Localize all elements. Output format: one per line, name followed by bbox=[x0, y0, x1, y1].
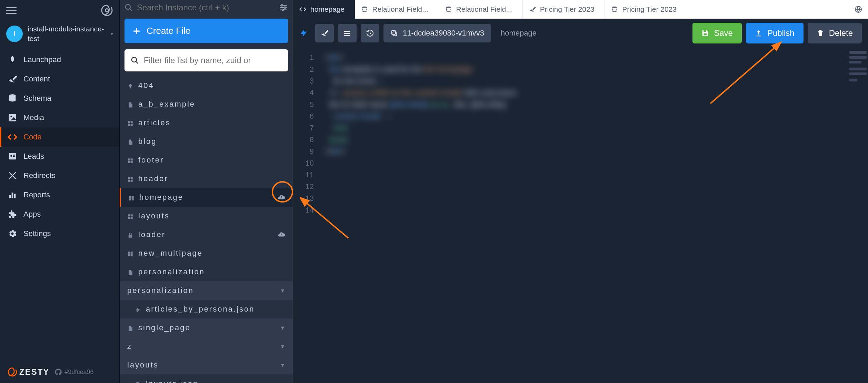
plus-icon bbox=[132, 27, 141, 36]
main-area: homepageRelational Field...Relational Fi… bbox=[293, 0, 868, 383]
minimap[interactable] bbox=[848, 48, 868, 383]
svg-rect-32 bbox=[128, 217, 130, 219]
svg-rect-17 bbox=[131, 124, 133, 126]
instance-switcher[interactable]: I install-module-instance-test ▾ bbox=[0, 21, 119, 50]
file-group-z[interactable]: z▾ bbox=[120, 337, 293, 356]
chevron-down-icon: ▾ bbox=[281, 361, 285, 369]
code-editor[interactable]: 1234567891011121314 <div> this template … bbox=[293, 48, 868, 383]
nav-redirects[interactable]: Redirects bbox=[0, 166, 119, 185]
global-search[interactable] bbox=[124, 3, 276, 12]
file-item-layouts[interactable]: layouts bbox=[120, 207, 293, 225]
db-icon bbox=[445, 6, 452, 13]
grid-icon bbox=[127, 120, 133, 126]
nav-schema[interactable]: Schema bbox=[0, 89, 119, 108]
delete-button[interactable]: Delete bbox=[808, 23, 862, 43]
svg-rect-47 bbox=[392, 31, 396, 35]
menu-toggle-icon[interactable] bbox=[6, 6, 17, 16]
nav-label: Launchpad bbox=[23, 55, 61, 64]
bolt-icon bbox=[135, 306, 141, 312]
tab-pricing-tier-2023[interactable]: Pricing Tier 2023 bbox=[523, 0, 605, 19]
svg-rect-23 bbox=[131, 177, 133, 179]
tab-relational-field-[interactable]: Relational Field... bbox=[355, 0, 439, 19]
grid-icon bbox=[127, 250, 133, 256]
svg-rect-30 bbox=[128, 214, 130, 216]
file-item-header[interactable]: header bbox=[120, 169, 293, 188]
nav-launchpad[interactable]: Launchpad bbox=[0, 50, 119, 69]
code-content-blurred: <div> this template is used for the the … bbox=[318, 48, 848, 383]
edit-view-button[interactable] bbox=[315, 24, 334, 42]
global-search-input[interactable] bbox=[137, 3, 276, 12]
group-label: layouts bbox=[127, 361, 281, 370]
file-tree[interactable]: 404a_b_examplearticlesblogfooterheaderho… bbox=[120, 76, 293, 383]
create-file-button[interactable]: Create File bbox=[124, 19, 288, 43]
resource-id-value: 11-dcdea39080-v1mvv3 bbox=[403, 29, 484, 38]
svg-rect-43 bbox=[344, 31, 350, 32]
resource-id-chip[interactable]: 11-dcdea39080-v1mvv3 bbox=[383, 24, 491, 42]
nav-media[interactable]: Media bbox=[0, 108, 119, 127]
file-group-single_page[interactable]: single_page▾ bbox=[120, 318, 293, 337]
chevron-down-icon: ▾ bbox=[281, 343, 285, 350]
file-item-new_multipage[interactable]: new_multipage bbox=[120, 244, 293, 263]
file-item-loader[interactable]: loader bbox=[120, 225, 293, 244]
file-item-a_b_example[interactable]: a_b_example bbox=[120, 95, 293, 114]
svg-rect-28 bbox=[129, 198, 131, 200]
instance-avatar: I bbox=[6, 26, 23, 42]
nav-leads[interactable]: Leads bbox=[0, 147, 119, 166]
brand-text: ZESTY bbox=[19, 367, 49, 377]
nav-code[interactable]: Code bbox=[0, 127, 119, 147]
file-filter-input[interactable] bbox=[144, 56, 282, 65]
publish-button[interactable]: Publish bbox=[746, 23, 804, 43]
app-sidebar: I install-module-instance-test ▾ Launchp… bbox=[0, 0, 120, 383]
bolt-icon[interactable] bbox=[299, 29, 308, 38]
tune-icon[interactable] bbox=[279, 3, 288, 12]
svg-rect-49 bbox=[704, 33, 707, 36]
nav-label: Schema bbox=[23, 94, 51, 103]
file-item-blog[interactable]: blog bbox=[120, 132, 293, 151]
nav-apps[interactable]: Apps bbox=[0, 205, 119, 224]
svg-point-41 bbox=[612, 7, 617, 8]
svg-point-0 bbox=[106, 9, 109, 12]
svg-rect-27 bbox=[132, 196, 134, 198]
list-view-button[interactable] bbox=[338, 24, 357, 42]
nav-reports[interactable]: Reports bbox=[0, 185, 119, 205]
nav-content[interactable]: Content bbox=[0, 69, 119, 89]
tab-pricing-tier-2023[interactable]: Pricing Tier 2023 bbox=[605, 0, 687, 19]
file-item-personalization[interactable]: personalization bbox=[120, 263, 293, 281]
cloud-upload-icon bbox=[278, 231, 285, 238]
file-group-layouts[interactable]: layouts▾ bbox=[120, 356, 293, 374]
svg-rect-2 bbox=[9, 114, 16, 121]
file-item-layouts.json[interactable]: layouts.json bbox=[120, 374, 293, 383]
save-button[interactable]: Save bbox=[692, 23, 742, 43]
tab-bar: homepageRelational Field...Relational Fi… bbox=[293, 0, 868, 19]
nav-label: Media bbox=[23, 113, 44, 122]
tab-label: Pricing Tier 2023 bbox=[622, 5, 677, 13]
file-label: articles_by_persona.json bbox=[146, 305, 285, 314]
delete-label: Delete bbox=[829, 28, 853, 38]
file-group-personalization[interactable]: personalization▾ bbox=[120, 281, 293, 300]
pencil-icon bbox=[529, 6, 536, 13]
tab-homepage[interactable]: homepage bbox=[293, 0, 355, 19]
tab-relational-field-[interactable]: Relational Field... bbox=[439, 0, 523, 19]
lock-icon bbox=[127, 232, 133, 238]
svg-point-40 bbox=[446, 7, 451, 8]
chevron-down-icon: ▾ bbox=[111, 31, 113, 37]
globe-icon[interactable] bbox=[854, 5, 862, 13]
search-icon bbox=[131, 56, 139, 65]
commit-hash[interactable]: #9dfcea96 bbox=[55, 369, 93, 376]
file-filter[interactable] bbox=[124, 49, 288, 71]
nav-settings[interactable]: Settings bbox=[0, 224, 119, 243]
upload-icon bbox=[755, 29, 762, 37]
svg-rect-26 bbox=[129, 196, 131, 198]
svg-rect-6 bbox=[9, 195, 11, 198]
file-item-404[interactable]: 404 bbox=[120, 76, 293, 95]
nav-label: Leads bbox=[23, 152, 44, 161]
group-label: personalization bbox=[127, 286, 281, 295]
svg-rect-15 bbox=[131, 121, 133, 123]
save-label: Save bbox=[714, 28, 733, 38]
svg-point-12 bbox=[282, 9, 283, 10]
history-button[interactable] bbox=[361, 24, 379, 42]
file-item-homepage[interactable]: homepage bbox=[120, 188, 293, 207]
file-item-articles[interactable]: articles bbox=[120, 114, 293, 132]
file-item-articles_by_persona.json[interactable]: articles_by_persona.json bbox=[120, 300, 293, 318]
file-item-footer[interactable]: footer bbox=[120, 151, 293, 169]
